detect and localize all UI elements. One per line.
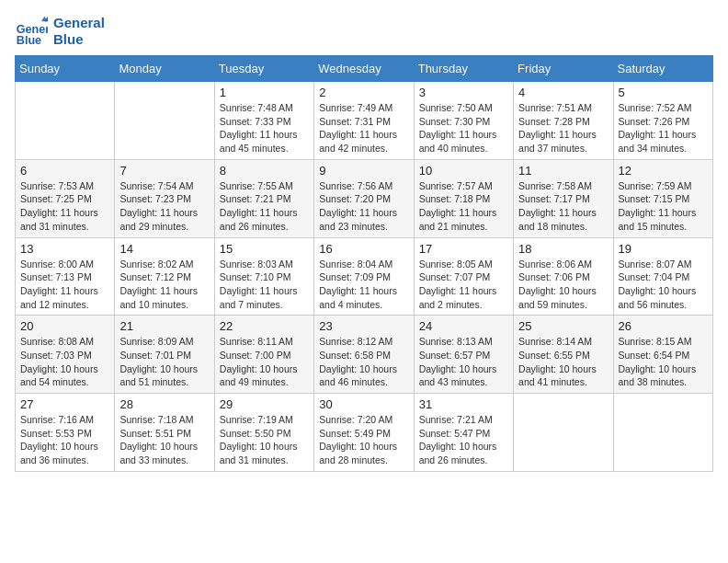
calendar-cell: 6Sunrise: 7:53 AM Sunset: 7:25 PM Daylig… <box>16 159 115 237</box>
cell-date: 23 <box>319 319 408 333</box>
cell-date: 29 <box>220 397 309 411</box>
calendar-cell: 5Sunrise: 7:52 AM Sunset: 7:26 PM Daylig… <box>613 82 712 160</box>
cell-date: 8 <box>220 164 309 178</box>
cell-date: 26 <box>619 319 708 333</box>
day-header-wednesday: Wednesday <box>314 56 414 82</box>
calendar-cell: 29Sunrise: 7:19 AM Sunset: 5:50 PM Dayli… <box>214 394 313 472</box>
logo: General Blue General Blue <box>15 15 105 48</box>
calendar-cell: 19Sunrise: 8:07 AM Sunset: 7:04 PM Dayli… <box>613 237 712 316</box>
cell-date: 28 <box>119 397 209 411</box>
cell-date: 31 <box>419 397 508 411</box>
cell-info: Sunrise: 8:06 AM Sunset: 7:06 PM Dayligh… <box>518 258 608 312</box>
cell-date: 4 <box>518 86 608 99</box>
calendar-cell: 15Sunrise: 8:03 AM Sunset: 7:10 PM Dayli… <box>214 237 313 316</box>
day-header-tuesday: Tuesday <box>214 56 313 82</box>
cell-info: Sunrise: 7:18 AM Sunset: 5:51 PM Dayligh… <box>119 413 209 467</box>
week-row-2: 6Sunrise: 7:53 AM Sunset: 7:25 PM Daylig… <box>16 159 713 237</box>
day-header-saturday: Saturday <box>613 56 712 82</box>
calendar-cell: 24Sunrise: 8:13 AM Sunset: 6:57 PM Dayli… <box>414 316 513 394</box>
day-header-thursday: Thursday <box>414 56 513 82</box>
calendar-cell: 28Sunrise: 7:18 AM Sunset: 5:51 PM Dayli… <box>115 394 214 472</box>
cell-info: Sunrise: 8:13 AM Sunset: 6:57 PM Dayligh… <box>419 335 508 389</box>
cell-info: Sunrise: 7:16 AM Sunset: 5:53 PM Dayligh… <box>20 413 109 467</box>
cell-info: Sunrise: 8:03 AM Sunset: 7:10 PM Dayligh… <box>220 258 309 312</box>
cell-date: 12 <box>619 164 708 178</box>
calendar-cell: 17Sunrise: 8:05 AM Sunset: 7:07 PM Dayli… <box>414 237 513 316</box>
week-row-3: 13Sunrise: 8:00 AM Sunset: 7:13 PM Dayli… <box>16 237 713 316</box>
calendar-cell: 13Sunrise: 8:00 AM Sunset: 7:13 PM Dayli… <box>16 237 115 316</box>
cell-date: 30 <box>319 397 408 411</box>
cell-date: 20 <box>20 319 109 333</box>
week-row-4: 20Sunrise: 8:08 AM Sunset: 7:03 PM Dayli… <box>16 316 713 394</box>
calendar-cell: 7Sunrise: 7:54 AM Sunset: 7:23 PM Daylig… <box>115 159 214 237</box>
calendar-cell <box>613 394 712 472</box>
cell-info: Sunrise: 8:02 AM Sunset: 7:12 PM Dayligh… <box>119 258 209 312</box>
calendar-header-row: SundayMondayTuesdayWednesdayThursdayFrid… <box>16 56 713 82</box>
calendar-cell: 8Sunrise: 7:55 AM Sunset: 7:21 PM Daylig… <box>214 159 313 237</box>
calendar-cell: 16Sunrise: 8:04 AM Sunset: 7:09 PM Dayli… <box>314 237 414 316</box>
calendar-cell: 4Sunrise: 7:51 AM Sunset: 7:28 PM Daylig… <box>514 82 613 160</box>
calendar-cell: 30Sunrise: 7:20 AM Sunset: 5:49 PM Dayli… <box>314 394 414 472</box>
calendar-cell: 9Sunrise: 7:56 AM Sunset: 7:20 PM Daylig… <box>314 159 414 237</box>
cell-info: Sunrise: 7:48 AM Sunset: 7:33 PM Dayligh… <box>220 101 309 155</box>
calendar-cell: 21Sunrise: 8:09 AM Sunset: 7:01 PM Dayli… <box>115 316 214 394</box>
cell-info: Sunrise: 7:21 AM Sunset: 5:47 PM Dayligh… <box>419 413 508 467</box>
logo-general: General <box>53 15 105 31</box>
calendar-cell: 1Sunrise: 7:48 AM Sunset: 7:33 PM Daylig… <box>214 82 313 160</box>
calendar-cell: 2Sunrise: 7:49 AM Sunset: 7:31 PM Daylig… <box>314 82 414 160</box>
cell-date: 18 <box>518 242 608 256</box>
calendar-cell: 14Sunrise: 8:02 AM Sunset: 7:12 PM Dayli… <box>115 237 214 316</box>
calendar-cell: 12Sunrise: 7:59 AM Sunset: 7:15 PM Dayli… <box>613 159 712 237</box>
cell-info: Sunrise: 7:54 AM Sunset: 7:23 PM Dayligh… <box>119 179 209 234</box>
logo-blue: Blue <box>53 31 105 48</box>
calendar-cell: 23Sunrise: 8:12 AM Sunset: 6:58 PM Dayli… <box>314 316 414 394</box>
cell-date: 16 <box>319 242 408 256</box>
cell-info: Sunrise: 8:14 AM Sunset: 6:55 PM Dayligh… <box>518 335 608 389</box>
cell-info: Sunrise: 7:52 AM Sunset: 7:26 PM Dayligh… <box>619 101 708 155</box>
calendar-cell: 18Sunrise: 8:06 AM Sunset: 7:06 PM Dayli… <box>514 237 613 316</box>
calendar-cell: 3Sunrise: 7:50 AM Sunset: 7:30 PM Daylig… <box>414 82 513 160</box>
cell-info: Sunrise: 8:09 AM Sunset: 7:01 PM Dayligh… <box>119 335 209 389</box>
day-header-sunday: Sunday <box>16 56 115 82</box>
svg-text:Blue: Blue <box>17 34 41 47</box>
calendar-cell: 26Sunrise: 8:15 AM Sunset: 6:54 PM Dayli… <box>613 316 712 394</box>
calendar-cell: 25Sunrise: 8:14 AM Sunset: 6:55 PM Dayli… <box>514 316 613 394</box>
calendar-cell <box>16 82 115 160</box>
logo-icon: General Blue <box>15 15 48 48</box>
cell-date: 1 <box>220 86 309 99</box>
cell-date: 17 <box>419 242 508 256</box>
week-row-1: 1Sunrise: 7:48 AM Sunset: 7:33 PM Daylig… <box>16 82 713 160</box>
cell-date: 9 <box>319 164 408 178</box>
calendar-cell <box>115 82 214 160</box>
cell-date: 5 <box>619 86 708 99</box>
cell-info: Sunrise: 7:20 AM Sunset: 5:49 PM Dayligh… <box>319 413 408 467</box>
cell-info: Sunrise: 7:56 AM Sunset: 7:20 PM Dayligh… <box>319 179 408 234</box>
cell-info: Sunrise: 7:57 AM Sunset: 7:18 PM Dayligh… <box>419 179 508 234</box>
cell-info: Sunrise: 7:53 AM Sunset: 7:25 PM Dayligh… <box>20 179 109 234</box>
cell-info: Sunrise: 8:08 AM Sunset: 7:03 PM Dayligh… <box>20 335 109 389</box>
cell-info: Sunrise: 8:04 AM Sunset: 7:09 PM Dayligh… <box>319 258 408 312</box>
day-header-friday: Friday <box>514 56 613 82</box>
cell-info: Sunrise: 7:50 AM Sunset: 7:30 PM Dayligh… <box>419 101 508 155</box>
calendar-cell: 10Sunrise: 7:57 AM Sunset: 7:18 PM Dayli… <box>414 159 513 237</box>
cell-date: 14 <box>119 242 209 256</box>
cell-info: Sunrise: 8:00 AM Sunset: 7:13 PM Dayligh… <box>20 258 109 312</box>
cell-date: 24 <box>419 319 508 333</box>
cell-info: Sunrise: 7:51 AM Sunset: 7:28 PM Dayligh… <box>518 101 608 155</box>
calendar-cell: 22Sunrise: 8:11 AM Sunset: 7:00 PM Dayli… <box>214 316 313 394</box>
page-header: General Blue General Blue <box>15 15 713 48</box>
cell-date: 21 <box>119 319 209 333</box>
calendar-table: SundayMondayTuesdayWednesdayThursdayFrid… <box>15 55 713 472</box>
calendar-cell: 27Sunrise: 7:16 AM Sunset: 5:53 PM Dayli… <box>16 394 115 472</box>
cell-info: Sunrise: 8:07 AM Sunset: 7:04 PM Dayligh… <box>619 258 708 312</box>
cell-date: 15 <box>220 242 309 256</box>
cell-date: 10 <box>419 164 508 178</box>
cell-info: Sunrise: 8:05 AM Sunset: 7:07 PM Dayligh… <box>419 258 508 312</box>
cell-date: 11 <box>518 164 608 178</box>
week-row-5: 27Sunrise: 7:16 AM Sunset: 5:53 PM Dayli… <box>16 394 713 472</box>
cell-date: 2 <box>319 86 408 99</box>
day-header-monday: Monday <box>115 56 214 82</box>
cell-info: Sunrise: 8:15 AM Sunset: 6:54 PM Dayligh… <box>619 335 708 389</box>
cell-info: Sunrise: 7:58 AM Sunset: 7:17 PM Dayligh… <box>518 179 608 234</box>
cell-info: Sunrise: 7:55 AM Sunset: 7:21 PM Dayligh… <box>220 179 309 234</box>
